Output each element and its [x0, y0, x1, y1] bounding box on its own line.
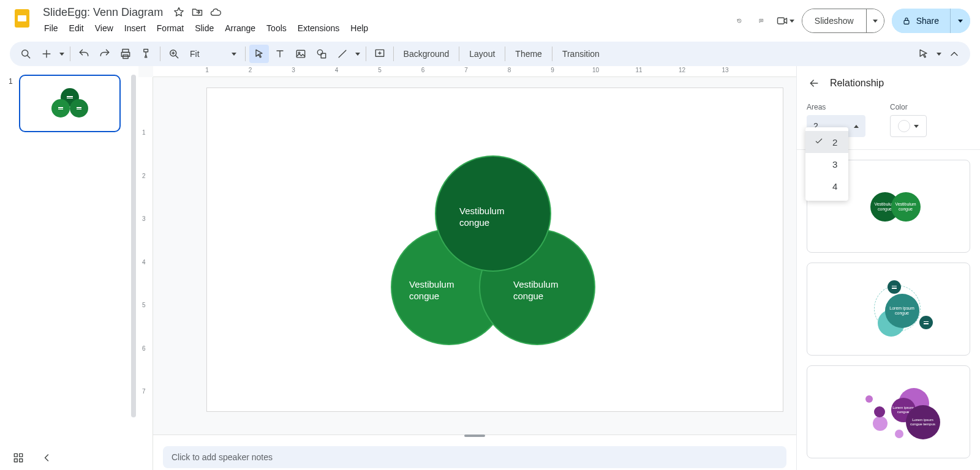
background-button[interactable]: Background: [398, 45, 456, 63]
ruler-tick: 2: [249, 67, 252, 73]
paint-format-button[interactable]: [137, 45, 156, 63]
speaker-notes-input[interactable]: Click to add speaker notes: [163, 446, 786, 468]
chevron-down-icon: [914, 125, 919, 128]
document-title[interactable]: SlideEgg: Venn Diagram: [39, 5, 167, 20]
ruler-tick: 11: [635, 67, 642, 73]
undo-button[interactable]: [74, 45, 94, 63]
venn-circle-top[interactable]: Vestibulum congue: [435, 155, 551, 272]
ruler-tick: 8: [508, 67, 511, 73]
template-card-2[interactable]: Lorem ipsum congue: [807, 263, 970, 356]
areas-option-4[interactable]: 4: [805, 175, 848, 197]
svg-rect-17: [20, 459, 23, 462]
slideshow-button-group: Slideshow: [802, 9, 884, 33]
cloud-saved-icon[interactable]: [209, 6, 222, 18]
back-button[interactable]: [807, 76, 821, 91]
scrollbar-thumb[interactable]: [131, 75, 136, 417]
share-button-group: Share: [892, 9, 970, 33]
print-button[interactable]: [116, 45, 135, 63]
venn-diagram[interactable]: Vestibulum congue Vestibulum congue Vest…: [391, 155, 593, 345]
bottom-bar: [0, 446, 65, 470]
menu-help[interactable]: Help: [345, 21, 373, 35]
zoom-tool-button[interactable]: [164, 45, 184, 63]
chevron-down-icon: [873, 20, 878, 23]
slideshow-button[interactable]: Slideshow: [802, 9, 866, 32]
areas-option-3[interactable]: 3: [805, 153, 848, 175]
filmstrip-scrollbar[interactable]: [129, 66, 138, 470]
history-icon[interactable]: [732, 13, 747, 28]
slide-canvas[interactable]: Vestibulum congue Vestibulum congue Vest…: [207, 88, 783, 411]
zoom-value: Fit: [190, 49, 200, 59]
slides-logo[interactable]: [10, 6, 34, 31]
menu-insert[interactable]: Insert: [119, 21, 151, 35]
canvas-area: 12345678910111213 1234567 Vestibulum con…: [138, 66, 796, 470]
notes-resize-handle[interactable]: [464, 435, 485, 437]
menu-arrange[interactable]: Arrange: [220, 21, 260, 35]
hide-menus-button[interactable]: [944, 45, 964, 63]
new-slide-button[interactable]: [37, 45, 56, 63]
svg-rect-14: [14, 453, 17, 457]
grid-view-button[interactable]: [12, 452, 24, 464]
transition-button[interactable]: Transition: [556, 45, 606, 63]
layout-button[interactable]: Layout: [463, 45, 501, 63]
menu-format[interactable]: Format: [152, 21, 189, 35]
main-area: 1 12345678910111213 1234567 Vestibulum c…: [0, 66, 980, 470]
menu-edit[interactable]: Edit: [64, 21, 89, 35]
insert-comment-button[interactable]: [370, 45, 390, 63]
chevron-down-icon: [355, 53, 360, 56]
chevron-down-icon: [958, 20, 963, 23]
toolbar: Fit Background Layout Theme Transition: [10, 42, 970, 66]
slide-thumbnail-1[interactable]: [19, 75, 121, 132]
app-header: SlideEgg: Venn Diagram File Edit View In…: [0, 0, 980, 39]
slide-number: 1: [9, 77, 13, 86]
panel-title: Relationship: [830, 78, 884, 89]
menu-view[interactable]: View: [90, 21, 118, 35]
ruler-tick: 9: [551, 67, 554, 73]
menu-tools[interactable]: Tools: [262, 21, 292, 35]
vertical-ruler: 1234567: [138, 77, 153, 470]
template-card-3[interactable]: Lorem ipsum congue Lorem ipsum congue te…: [807, 365, 970, 458]
filmstrip: 1: [0, 66, 129, 470]
svg-point-10: [298, 52, 300, 54]
share-button[interactable]: Share: [892, 9, 950, 33]
insert-line-dropdown[interactable]: [353, 45, 362, 63]
redo-button[interactable]: [95, 45, 115, 63]
ruler-tick: 5: [142, 302, 146, 308]
ruler-tick: 2: [142, 172, 146, 179]
chevron-up-icon: [854, 125, 859, 128]
star-icon[interactable]: [173, 6, 185, 18]
select-tool-button[interactable]: [249, 45, 269, 63]
ruler-tick: 1: [142, 129, 146, 136]
ruler-tick: 5: [378, 67, 382, 73]
insert-image-button[interactable]: [291, 45, 311, 63]
share-dropdown[interactable]: [950, 9, 970, 33]
text-box-button[interactable]: [270, 45, 290, 63]
ruler-tick: 3: [292, 67, 295, 73]
search-menus-button[interactable]: [16, 45, 36, 63]
collapse-filmstrip-button[interactable]: [40, 452, 53, 464]
menu-slide[interactable]: Slide: [190, 21, 219, 35]
thumbnail-graphic: [51, 88, 88, 119]
svg-rect-5: [123, 50, 129, 53]
ruler-tick: 13: [722, 67, 728, 73]
new-slide-dropdown[interactable]: [58, 45, 66, 63]
ruler-tick: 4: [142, 258, 146, 265]
zoom-select[interactable]: Fit: [185, 45, 241, 63]
meet-button[interactable]: [776, 15, 794, 27]
speaker-notes-area: Click to add speaker notes: [153, 435, 796, 470]
color-picker-button[interactable]: [890, 115, 927, 137]
areas-option-2[interactable]: 2: [805, 131, 848, 153]
insert-line-button[interactable]: [333, 45, 352, 63]
move-to-folder-icon[interactable]: [191, 6, 203, 18]
color-label: Color: [890, 103, 927, 111]
menu-extensions[interactable]: Extensions: [293, 21, 344, 35]
svg-rect-16: [14, 459, 17, 462]
menu-file[interactable]: File: [39, 21, 63, 35]
pointer-mode-dropdown[interactable]: [935, 45, 943, 63]
slideshow-dropdown[interactable]: [866, 9, 884, 32]
comments-icon[interactable]: [754, 13, 769, 28]
pointer-mode-button[interactable]: [914, 45, 933, 63]
insert-shape-button[interactable]: [312, 45, 331, 63]
chevron-down-icon: [937, 53, 941, 56]
theme-button[interactable]: Theme: [509, 45, 548, 63]
ruler-tick: 4: [335, 67, 339, 73]
